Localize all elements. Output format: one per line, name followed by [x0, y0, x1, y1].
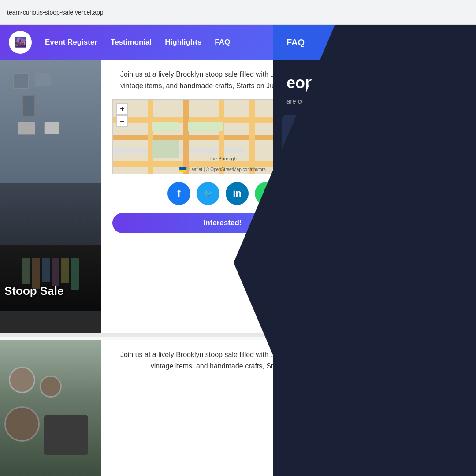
testimonial-heading-partial: eople say about u: [286, 74, 420, 92]
window-1: [13, 73, 29, 89]
split-container: 🌆 Event Register Testimonial Highlights …: [0, 25, 476, 476]
window-2: [35, 73, 51, 86]
browser-bar: team-curious-stoop-sale.vercel.app: [0, 0, 476, 25]
glasses-right: [377, 201, 385, 205]
road-v-4: [249, 100, 255, 174]
nav-logo: 🌆: [9, 31, 32, 54]
twitter-button[interactable]: 🐦: [197, 182, 219, 205]
garment-6: [71, 258, 79, 290]
testimonial-card: "Loved the variety of items at the stoop…: [282, 115, 467, 257]
testimonial-sub: are controlled by! Thoughts - their perc…: [273, 97, 476, 115]
right-panel: FAQ eople say about u are controlled by!…: [273, 25, 476, 476]
leaflet-flag: [179, 167, 186, 172]
nav-highlights[interactable]: Highlights: [165, 38, 201, 47]
stoop-sale-label: Stoop Sale: [4, 284, 63, 298]
garment-3: [42, 258, 50, 282]
logo-emoji: 🌆: [15, 37, 26, 48]
garment-5: [61, 258, 69, 283]
testimonial-quote: "Loved the variety of items at the stoop…: [293, 127, 456, 167]
whatsapp-icon: 📱: [261, 188, 272, 199]
avatar-body: [357, 223, 392, 245]
window-3: [22, 95, 35, 117]
map-borough: The Borough: [208, 156, 237, 161]
ac-unit-1: [18, 122, 35, 135]
hat-top: [361, 179, 388, 179]
avatar-head: [361, 186, 389, 214]
road-v-1: [148, 100, 153, 174]
facebook-button[interactable]: f: [167, 182, 190, 205]
map-attribution: Leaflet | © OpenStreetMap contributors: [179, 167, 266, 172]
garment-4: [52, 258, 60, 286]
road-v-2: [183, 100, 189, 174]
map-controls: + −: [116, 103, 128, 127]
testimonial-sub-text: are controlled by! Thoughts - their perc…: [286, 97, 409, 105]
browser-url: team-curious-stoop-sale.vercel.app: [7, 9, 104, 16]
testimonial-header: eople say about u: [273, 60, 476, 97]
nav-right: FAQ: [273, 25, 476, 60]
map-zoom-out[interactable]: −: [116, 115, 128, 127]
linkedin-button[interactable]: in: [226, 182, 249, 205]
testimonial-avatar: [346, 179, 403, 245]
nav-event-register[interactable]: Event Register: [45, 38, 97, 47]
map-block-2: [188, 122, 223, 131]
garment-1: [22, 258, 30, 284]
nav-testimonial[interactable]: Testimonial: [111, 38, 152, 47]
map-zoom-in[interactable]: +: [116, 103, 128, 115]
drum-1: [9, 367, 35, 393]
event-image-1: Stoop Sale: [0, 60, 101, 333]
drum-3: [4, 406, 40, 442]
twitter-icon: 🐦: [203, 189, 213, 198]
avatar-bg: [346, 179, 403, 245]
ac-unit-2: [44, 122, 60, 134]
road-v-3: [219, 100, 224, 174]
glasses-left: [365, 201, 373, 205]
map-attribution-text: Leaflet | © OpenStreetMap contributors: [189, 167, 266, 172]
nav-faq-dark[interactable]: FAQ: [286, 37, 305, 48]
map-block-3: [152, 140, 179, 158]
drum-2: [40, 376, 62, 398]
clothes-dark-area: [0, 245, 101, 311]
map-block-1: [152, 122, 179, 131]
equipment-box: [44, 415, 88, 455]
nav-faq[interactable]: FAQ: [215, 38, 230, 47]
linkedin-icon: in: [233, 188, 242, 199]
event-image-2: [0, 340, 101, 476]
facebook-icon: f: [177, 188, 180, 199]
